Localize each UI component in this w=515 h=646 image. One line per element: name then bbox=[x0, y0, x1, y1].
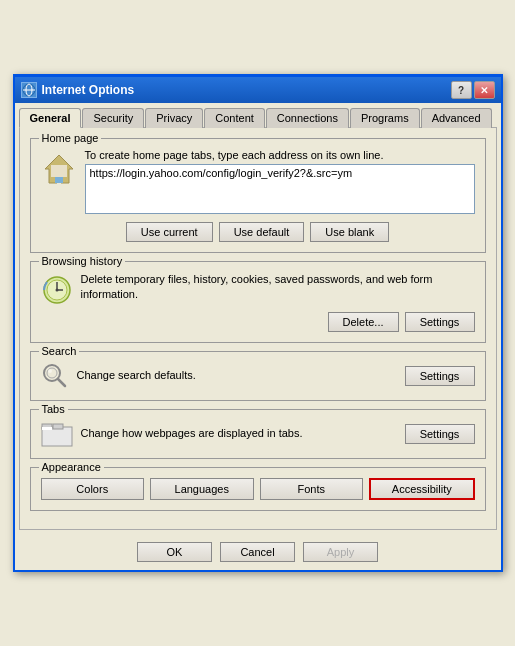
homepage-url-input[interactable] bbox=[85, 164, 475, 214]
house-icon bbox=[41, 151, 77, 187]
title-buttons: ? ✕ bbox=[451, 81, 495, 99]
history-buttons: Delete... Settings bbox=[41, 312, 475, 332]
search-magnifier-icon bbox=[41, 362, 69, 390]
browsing-history-label: Browsing history bbox=[39, 255, 126, 267]
tab-bar: General Security Privacy Content Connect… bbox=[15, 103, 501, 127]
svg-point-12 bbox=[47, 368, 57, 378]
tabs-label: Tabs bbox=[39, 403, 68, 415]
search-settings-button[interactable]: Settings bbox=[405, 366, 475, 386]
search-settings-button-wrap: Settings bbox=[405, 366, 475, 386]
homepage-desc: To create home page tabs, type each addr… bbox=[85, 149, 475, 161]
tabs-settings-button-wrap: Settings bbox=[405, 424, 475, 444]
svg-point-10 bbox=[55, 289, 58, 292]
browsing-history-group: Browsing history Delete temporary fi bbox=[30, 261, 486, 343]
tabs-desc: Change how webpages are displayed in tab… bbox=[81, 426, 397, 441]
use-current-button[interactable]: Use current bbox=[126, 222, 213, 242]
homepage-row: To create home page tabs, type each addr… bbox=[41, 149, 475, 216]
svg-point-14 bbox=[48, 369, 52, 373]
cancel-button[interactable]: Cancel bbox=[220, 542, 295, 562]
title-bar-left: Internet Options bbox=[21, 82, 135, 98]
internet-options-window: Internet Options ? ✕ General Security Pr… bbox=[13, 74, 503, 572]
tab-privacy[interactable]: Privacy bbox=[145, 108, 203, 128]
svg-rect-5 bbox=[51, 165, 67, 177]
ok-button[interactable]: OK bbox=[137, 542, 212, 562]
search-row: Change search defaults. Settings bbox=[41, 362, 475, 390]
close-button[interactable]: ✕ bbox=[474, 81, 495, 99]
search-label: Search bbox=[39, 345, 80, 357]
tab-programs[interactable]: Programs bbox=[350, 108, 420, 128]
window-title: Internet Options bbox=[42, 83, 135, 97]
delete-button[interactable]: Delete... bbox=[328, 312, 399, 332]
bottom-buttons: OK Cancel Apply bbox=[15, 534, 501, 570]
tab-content-general: Home page To create home page tabs, type… bbox=[19, 127, 497, 530]
homepage-input-area: To create home page tabs, type each addr… bbox=[85, 149, 475, 216]
svg-line-13 bbox=[58, 379, 65, 386]
tabs-icon bbox=[41, 420, 73, 448]
tab-general[interactable]: General bbox=[19, 108, 82, 128]
tab-content[interactable]: Content bbox=[204, 108, 265, 128]
appearance-label: Appearance bbox=[39, 461, 104, 473]
title-bar: Internet Options ? ✕ bbox=[15, 77, 501, 103]
search-group: Search Change search defaults. Settings bbox=[30, 351, 486, 401]
accessibility-button[interactable]: Accessibility bbox=[369, 478, 475, 500]
use-default-button[interactable]: Use default bbox=[219, 222, 305, 242]
tabs-group: Tabs Change how webpages are displayed i… bbox=[30, 409, 486, 459]
use-blank-button[interactable]: Use blank bbox=[310, 222, 389, 242]
home-page-group: Home page To create home page tabs, type… bbox=[30, 138, 486, 253]
home-page-label: Home page bbox=[39, 132, 102, 144]
languages-button[interactable]: Languages bbox=[150, 478, 254, 500]
homepage-buttons: Use current Use default Use blank bbox=[41, 222, 475, 242]
help-button[interactable]: ? bbox=[451, 81, 472, 99]
tabs-row: Change how webpages are displayed in tab… bbox=[41, 420, 475, 448]
tab-advanced[interactable]: Advanced bbox=[421, 108, 492, 128]
svg-rect-17 bbox=[53, 424, 63, 429]
app-icon bbox=[21, 82, 37, 98]
history-row: Delete temporary files, history, cookies… bbox=[41, 272, 475, 306]
fonts-button[interactable]: Fonts bbox=[260, 478, 364, 500]
tab-connections[interactable]: Connections bbox=[266, 108, 349, 128]
history-settings-button[interactable]: Settings bbox=[405, 312, 475, 332]
svg-rect-18 bbox=[42, 427, 52, 430]
history-desc: Delete temporary files, history, cookies… bbox=[81, 272, 475, 303]
clock-icon bbox=[41, 274, 73, 306]
tab-security[interactable]: Security bbox=[82, 108, 144, 128]
apply-button[interactable]: Apply bbox=[303, 542, 378, 562]
tabs-settings-button[interactable]: Settings bbox=[405, 424, 475, 444]
search-desc: Change search defaults. bbox=[77, 368, 397, 383]
appearance-buttons: Colors Languages Fonts Accessibility bbox=[41, 478, 475, 500]
colors-button[interactable]: Colors bbox=[41, 478, 145, 500]
appearance-group: Appearance Colors Languages Fonts Access… bbox=[30, 467, 486, 511]
